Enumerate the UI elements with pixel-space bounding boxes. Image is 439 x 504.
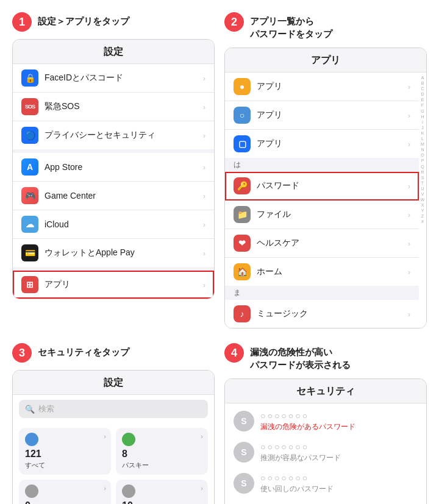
faceid-chevron: › — [203, 74, 205, 83]
security-avatar-1: S — [234, 411, 254, 431]
security-status-3: 使い回しのパスワード — [260, 484, 334, 494]
music-label: ミュージック — [257, 308, 408, 319]
security-item-2[interactable]: S ○○○○○○○ 推測が容易なパスワード — [234, 442, 418, 463]
appstore-label: App Store — [45, 162, 203, 172]
app-item-1[interactable]: ● アプリ › — [225, 73, 419, 101]
security-item-1[interactable]: S ○○○○○○○ 漏洩の危険があるパスワード — [234, 411, 418, 432]
app-item-home[interactable]: 🏠 ホーム › — [225, 258, 419, 286]
panel-4-header: セキュリティ — [225, 379, 426, 403]
privacy-chevron: › — [203, 131, 205, 140]
app-list-panel: ● アプリ › ○ アプリ › ▢ アプリ › は — [225, 73, 426, 328]
panel-2: 2 アプリ一覧から パスワードをタップ アプリ ● アプリ › ○ アプリ › — [224, 12, 427, 328]
step-2-circle: 2 — [224, 12, 244, 32]
gamecenter-icon: 🎮 — [21, 187, 38, 204]
panel-4-frame: セキュリティ S ○○○○○○○ 漏洩の危険があるパスワード S ○○○○○○○… — [224, 378, 427, 504]
tile-all-dot — [25, 433, 38, 446]
section-ma: ま — [225, 286, 419, 300]
app1-label: アプリ — [257, 81, 408, 92]
home-icon: 🏠 — [234, 263, 251, 280]
security-item-3[interactable]: S ○○○○○○○ 使い回しのパスワード — [234, 473, 418, 494]
step-3-header: 3 セキュリティをタップ — [12, 343, 129, 363]
app3-label: アプリ — [257, 138, 408, 149]
health-icon: ❤ — [234, 235, 251, 252]
step-1-circle: 1 — [12, 12, 32, 32]
tile-all-chevron: › — [104, 433, 106, 440]
security-dots-2: ○○○○○○○ — [260, 442, 341, 452]
tile-code[interactable]: 0 コード › — [19, 480, 111, 504]
settings-group-1: 🔒 FaceIDとパスコード › SOS 緊急SOS › 🔵 プライバシーとセキ… — [13, 64, 214, 153]
settings-item-faceid[interactable]: 🔒 FaceIDとパスコード › — [13, 64, 214, 93]
health-label: ヘルスケア — [257, 238, 408, 249]
tile-wifi[interactable]: 10 Wi-Fi › — [116, 480, 208, 504]
apps-chevron: › — [203, 280, 205, 289]
app-item-2[interactable]: ○ アプリ › — [225, 101, 419, 130]
step-1-header: 1 設定＞アプリをタップ — [12, 12, 129, 32]
app1-icon: ● — [234, 78, 251, 95]
settings-item-wallet[interactable]: 💳 ウォレットとApple Pay › — [13, 239, 214, 267]
faceid-icon: 🔒 — [21, 69, 38, 87]
app-item-password[interactable]: 🔑 パスワード › — [225, 172, 419, 201]
search-placeholder: 検索 — [38, 403, 54, 414]
tile-all[interactable]: 121 すべて › — [19, 428, 111, 475]
section-ha: は — [225, 158, 419, 172]
password-grid: 121 すべて › 8 パスキー › 0 コード › — [13, 423, 214, 504]
apps-icon: ⊞ — [21, 276, 38, 293]
music-icon: ♪ — [234, 305, 251, 322]
panel-3-header: 設定 — [13, 371, 214, 395]
faceid-label: FaceIDとパスコード — [45, 73, 203, 83]
tile-code-count: 0 — [25, 500, 105, 504]
apps-label: アプリ — [45, 279, 203, 290]
settings-group-3: ⊞ アプリ › — [13, 271, 214, 299]
search-bar[interactable]: 🔍 検索 — [19, 400, 208, 418]
privacy-label: プライバシーとセキュリティ — [45, 130, 203, 141]
security-avatar-3: S — [234, 473, 254, 494]
icloud-label: iCloud — [45, 219, 203, 229]
settings-item-icloud[interactable]: ☁ iCloud › — [13, 210, 214, 239]
tile-all-label: すべて — [25, 461, 105, 470]
tile-passkey-chevron: › — [201, 433, 203, 440]
appstore-chevron: › — [203, 163, 205, 172]
step-3-circle: 3 — [12, 343, 32, 363]
wallet-chevron: › — [203, 249, 205, 258]
wallet-label: ウォレットとApple Pay — [45, 247, 203, 258]
settings-item-gamecenter[interactable]: 🎮 Game Center › — [13, 182, 214, 210]
settings-item-appstore[interactable]: A App Store › — [13, 153, 214, 182]
panel-3-frame: 設定 🔍 検索 121 すべて › 8 パスキー › — [12, 370, 215, 504]
settings-item-sos[interactable]: SOS 緊急SOS › — [13, 93, 214, 121]
tile-wifi-chevron: › — [201, 484, 203, 492]
security-content-3: ○○○○○○○ 使い回しのパスワード — [260, 473, 334, 494]
panel-2-frame: アプリ ● アプリ › ○ アプリ › ▢ アプリ — [224, 48, 427, 328]
app-item-health[interactable]: ❤ ヘルスケア › — [225, 229, 419, 258]
app-item-3[interactable]: ▢ アプリ › — [225, 130, 419, 158]
panel-1-list: 🔒 FaceIDとパスコード › SOS 緊急SOS › 🔵 プライバシーとセキ… — [13, 64, 214, 299]
icloud-chevron: › — [203, 220, 205, 229]
panel-1-header: 設定 — [13, 40, 214, 64]
tile-code-dot — [25, 484, 38, 498]
sos-chevron: › — [203, 102, 205, 112]
step-2-header: 2 アプリ一覧から パスワードをタップ — [224, 12, 332, 40]
gamecenter-label: Game Center — [45, 191, 203, 201]
security-dots-1: ○○○○○○○ — [260, 411, 355, 421]
settings-item-apps[interactable]: ⊞ アプリ › — [13, 271, 214, 299]
security-status-1: 漏洩の危険があるパスワード — [260, 422, 355, 432]
tile-passkey[interactable]: 8 パスキー › — [116, 428, 208, 475]
home-label: ホーム — [257, 266, 408, 277]
sos-icon: SOS — [21, 98, 38, 115]
app-item-files[interactable]: 📁 ファイル › — [225, 201, 419, 229]
tile-passkey-dot — [122, 433, 135, 446]
app-item-music[interactable]: ♪ ミュージック › — [225, 300, 419, 328]
step-3-title: セキュリティをタップ — [38, 343, 129, 358]
panel-1: 1 設定＞アプリをタップ 設定 🔒 FaceIDとパスコード › SOS 緊急S… — [12, 12, 215, 328]
tile-wifi-dot — [122, 484, 135, 498]
icloud-icon: ☁ — [21, 216, 38, 233]
settings-item-privacy[interactable]: 🔵 プライバシーとセキュリティ › — [13, 121, 214, 149]
panel-4: 4 漏洩の危険性が高い パスワードが表示される セキュリティ S ○○○○○○○… — [224, 343, 427, 504]
tile-passkey-count: 8 — [122, 449, 202, 460]
app2-label: アプリ — [257, 110, 408, 121]
settings-group-2: A App Store › 🎮 Game Center › ☁ iCloud › — [13, 153, 214, 271]
security-status-2: 推測が容易なパスワード — [260, 453, 341, 463]
password-label: パスワード — [257, 180, 408, 191]
step-4-circle: 4 — [224, 343, 244, 363]
sos-label: 緊急SOS — [45, 101, 203, 112]
step-4-header: 4 漏洩の危険性が高い パスワードが表示される — [224, 343, 351, 371]
